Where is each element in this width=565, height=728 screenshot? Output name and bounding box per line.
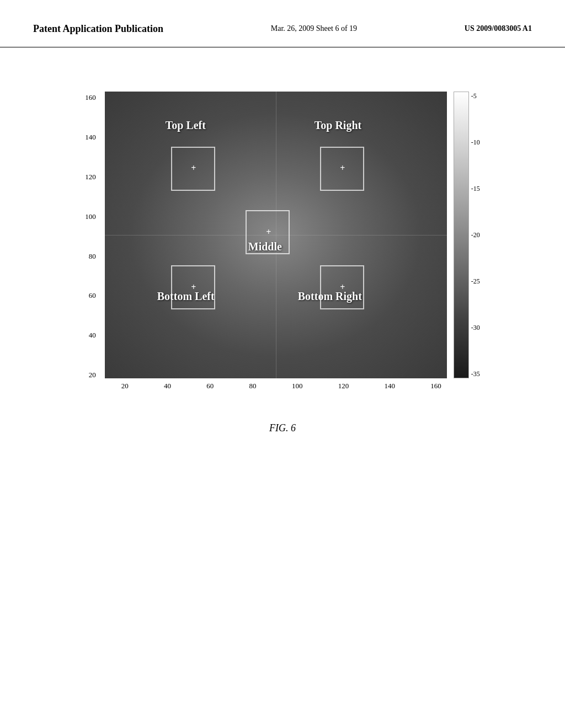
x-label-60: 60 <box>206 382 214 390</box>
y-label-80: 80 <box>89 253 96 260</box>
x-axis: 20 40 60 80 100 120 140 160 <box>105 378 447 390</box>
y-label-140: 140 <box>85 133 96 141</box>
x-label-100: 100 <box>292 382 303 390</box>
patent-number: US 2009/0083005 A1 <box>465 22 532 33</box>
page-header: Patent Application Publication Mar. 26, … <box>0 0 565 47</box>
plot-image: Top Left Top Right Middle Bottom Left Bo… <box>105 92 447 378</box>
main-content: 160 140 120 100 80 60 40 20 Top Left Top… <box>0 47 565 456</box>
crosshair-bottom-right <box>339 284 346 291</box>
x-label-140: 140 <box>384 382 395 390</box>
colorbar-ticks: -5 -10 -15 -20 -25 -30 -35 <box>469 92 480 378</box>
colorbar-tick-n25: -25 <box>471 278 480 285</box>
y-label-160: 160 <box>85 94 96 101</box>
label-top-right: Top Right <box>315 119 361 132</box>
colorbar-tick-n10: -10 <box>471 139 480 146</box>
y-label-60: 60 <box>89 292 96 299</box>
publication-title: Patent Application Publication <box>33 22 163 36</box>
colorbar-tick-n35: -35 <box>471 371 480 377</box>
crosshair-middle <box>265 229 272 235</box>
crosshair-top-right <box>339 165 346 172</box>
figure-caption: FIG. 6 <box>269 422 296 434</box>
colorbar <box>454 92 469 378</box>
figure-container: 160 140 120 100 80 60 40 20 Top Left Top… <box>85 92 480 400</box>
crosshair-top-left <box>190 165 197 172</box>
y-label-100: 100 <box>85 213 96 220</box>
colorbar-tick-n15: -15 <box>471 185 480 192</box>
x-label-40: 40 <box>164 382 171 390</box>
x-label-160: 160 <box>430 382 441 390</box>
y-axis: 160 140 120 100 80 60 40 20 <box>85 92 100 400</box>
colorbar-tick-n30: -30 <box>471 324 480 331</box>
y-label-120: 120 <box>85 173 96 180</box>
label-top-left: Top Left <box>166 119 206 132</box>
x-label-20: 20 <box>121 382 129 390</box>
colorbar-tick-n5: -5 <box>471 93 480 99</box>
x-label-120: 120 <box>338 382 349 390</box>
colorbar-tick-n20: -20 <box>471 232 480 238</box>
sheet-info: Mar. 26, 2009 Sheet 6 of 19 <box>271 22 357 33</box>
plot-area: Top Left Top Right Middle Bottom Left Bo… <box>105 92 447 390</box>
y-label-20: 20 <box>89 371 96 378</box>
x-label-80: 80 <box>249 382 257 390</box>
colorbar-wrapper: -5 -10 -15 -20 -25 -30 -35 <box>454 92 480 378</box>
y-label-40: 40 <box>89 331 96 339</box>
crosshair-bottom-left <box>190 284 197 291</box>
